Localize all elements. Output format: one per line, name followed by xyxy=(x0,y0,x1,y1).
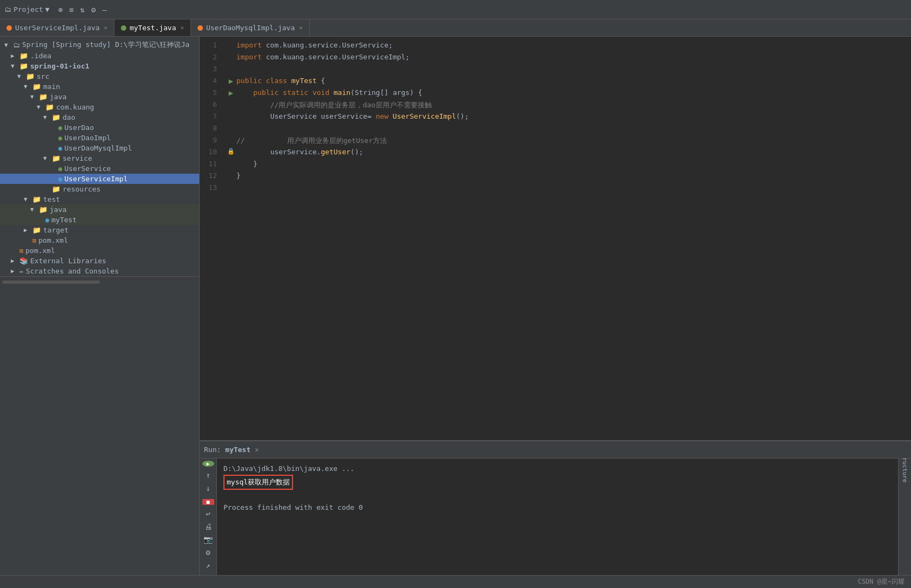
run-output: D:\Java\jdk1.8\bin\java.exe ... mysql获取用… xyxy=(217,459,898,575)
sidebar-item-scratches[interactable]: ▶ ✏ Scratches and Consoles xyxy=(0,266,199,276)
arrow-icon: ▼ xyxy=(24,196,30,203)
sidebar-item-user-dao-mysql-impl[interactable]: ● UserDaoMysqlImpl xyxy=(0,143,199,153)
stop-button[interactable]: ■ xyxy=(202,499,214,505)
service-label: service xyxy=(63,154,92,162)
code-line-5: 5 ▶ public static void main(String[] arg… xyxy=(200,88,911,100)
user-dao-label: UserDao xyxy=(64,124,94,132)
output-line-3 xyxy=(223,490,892,502)
folder-java-icon: 📁 xyxy=(39,93,47,101)
folder-service-icon: 📁 xyxy=(52,154,60,162)
structure-icon[interactable]: ⊕ xyxy=(58,5,63,14)
run-button[interactable] xyxy=(202,461,214,467)
tab-close-user-service-impl[interactable]: × xyxy=(104,24,108,31)
sidebar-item-java-main[interactable]: ▼ 📁 java xyxy=(0,92,199,102)
run-tab-name[interactable]: myTest xyxy=(225,446,250,454)
sidebar-item-java-test[interactable]: ▼ 📁 java xyxy=(0,204,199,215)
settings-icon[interactable]: ⚙ xyxy=(91,5,96,14)
gutter-10: 🔒 xyxy=(226,148,236,155)
tab-close-user-dao-mysql-impl[interactable]: × xyxy=(299,24,303,31)
arrow-icon: ▼ xyxy=(37,104,43,111)
sidebar-item-resources[interactable]: 📁 resources xyxy=(0,184,199,194)
editor-area: 1 import com.kuang.service.UserService; … xyxy=(200,37,911,575)
line-code-12: } xyxy=(236,172,911,180)
folder-resources-icon: 📁 xyxy=(52,185,60,193)
project-label[interactable]: 🗂 Project ▼ xyxy=(4,5,50,13)
run-tab-close[interactable]: × xyxy=(255,446,259,454)
sidebar-item-spring-01[interactable]: ▼ 📁 spring-01-ioc1 xyxy=(0,61,199,71)
export-icon[interactable]: ↗ xyxy=(202,561,214,570)
external-libs-label: External Libraries xyxy=(30,257,106,265)
sidebar-item-target[interactable]: ▶ 📁 target xyxy=(0,225,199,235)
tab-label-user-service-impl: UserServiceImpl.java xyxy=(15,24,100,32)
tab-user-dao-mysql-impl[interactable]: UserDaoMysqlImpl.java × xyxy=(191,19,310,36)
pom-xml-label: pom.xml xyxy=(25,247,55,255)
sidebar-item-my-test[interactable]: ● myTest xyxy=(0,215,199,225)
line-code-7: UserService userService= new UserService… xyxy=(236,112,911,120)
sidebar-item-pom-xml-inner[interactable]: m pom.xml xyxy=(0,235,199,245)
sidebar-item-main[interactable]: ▼ 📁 main xyxy=(0,81,199,92)
line-code-2: import com.kuang.service.UserServiceImpl… xyxy=(236,53,911,61)
sidebar-item-external-libs[interactable]: ▶ 📚 External Libraries xyxy=(0,256,199,266)
print-icon[interactable]: 🖨 xyxy=(202,522,214,531)
tab-label-my-test: myTest.java xyxy=(130,24,176,32)
tab-user-service-impl[interactable]: UserServiceImpl.java × xyxy=(0,19,114,36)
sidebar-item-idea[interactable]: ▶ 📁 .idea xyxy=(0,51,199,61)
bottom-tab-bar: Run: myTest × xyxy=(200,441,911,459)
sidebar-scrollbar[interactable] xyxy=(0,276,199,287)
folder-dao-icon: 📁 xyxy=(52,113,60,121)
sidebar-item-user-dao-impl[interactable]: ● UserDaoImpl xyxy=(0,133,199,143)
arrow-icon: ▶ xyxy=(11,257,17,264)
list-icon[interactable]: ≡ xyxy=(69,5,73,14)
sidebar-item-service-folder[interactable]: ▼ 📁 service xyxy=(0,153,199,163)
arrow-icon: ▼ xyxy=(11,63,17,70)
run-arrow-5[interactable]: ▶ xyxy=(229,88,233,97)
sidebar-item-dao[interactable]: ▼ 📁 dao xyxy=(0,112,199,122)
settings2-icon[interactable]: ⚙ xyxy=(202,548,214,557)
arrow-icon: ▼ xyxy=(43,155,50,162)
sidebar-item-pom-xml[interactable]: m pom.xml xyxy=(0,245,199,256)
gutter-4: ▶ xyxy=(226,77,236,85)
line-code-5: public static void main(String[] args) { xyxy=(236,88,911,97)
line-num-3: 3 xyxy=(200,65,226,73)
sidebar-item-src[interactable]: ▼ 📁 src xyxy=(0,71,199,81)
line-code-9: // 用户调用业务层的getUser方法 xyxy=(236,136,911,146)
arrow-icon: ▼ xyxy=(17,73,24,80)
com-kuang-label: com.kuang xyxy=(56,103,94,111)
sort-icon[interactable]: ⇅ xyxy=(80,5,85,14)
folder-target-icon: 📁 xyxy=(32,226,41,234)
tab-my-test[interactable]: myTest.java × xyxy=(114,19,191,36)
idea-label: .idea xyxy=(30,52,51,60)
sidebar-item-project-root[interactable]: ▼ 🗂 Spring [Spring study] D:\学习笔记\狂神说Ja xyxy=(0,39,199,51)
scroll-up-icon[interactable]: ↑ xyxy=(202,471,214,480)
sidebar-item-com-kuang[interactable]: ▼ 📁 com.kuang xyxy=(0,102,199,112)
folder-spring-icon: 📁 xyxy=(19,62,28,70)
minimize-icon[interactable]: — xyxy=(102,5,106,14)
tab-close-my-test[interactable]: × xyxy=(180,24,184,31)
bottom-left-icons: ↑ ↓ ■ ↩ 🖨 📷 ⚙ ↗ 🗑 xyxy=(200,459,217,575)
wrap-icon[interactable]: ↩ xyxy=(202,509,214,518)
scratches-icon: ✏ xyxy=(19,267,24,275)
arrow-icon: ▶ xyxy=(11,52,17,59)
code-line-12: 12 } xyxy=(200,172,911,183)
output-text-4: Process finished with exit code 0 xyxy=(223,503,363,511)
class-icon-blue2: ● xyxy=(58,175,62,183)
highlighted-output: mysql获取用户数据 xyxy=(223,475,293,490)
arrow-icon: ▶ xyxy=(24,227,30,234)
arrow-icon: ▼ xyxy=(24,83,30,90)
scroll-down-icon[interactable]: ↓ xyxy=(202,484,214,493)
arrow-icon: ▼ xyxy=(4,42,11,49)
sidebar-item-test[interactable]: ▼ 📁 test xyxy=(0,194,199,204)
user-dao-impl-label: UserDaoImpl xyxy=(64,134,111,142)
camera-icon[interactable]: 📷 xyxy=(202,535,214,544)
code-line-2: 2 import com.kuang.service.UserServiceIm… xyxy=(200,53,911,65)
line-code-10: userService.getUser(); xyxy=(236,148,911,156)
sidebar-item-user-service[interactable]: ● UserService xyxy=(0,163,199,174)
structure-right-icon[interactable]: Structure xyxy=(899,461,911,473)
output-line-2: mysql获取用户数据 xyxy=(223,475,892,490)
sidebar-item-user-dao[interactable]: ● UserDao xyxy=(0,122,199,133)
interface-icon2: ● xyxy=(58,165,62,173)
code-line-13: 13 xyxy=(200,183,911,195)
scrollbar-thumb[interactable] xyxy=(2,281,100,284)
run-arrow-4[interactable]: ▶ xyxy=(229,77,233,85)
sidebar-item-user-service-impl[interactable]: ● UserServiceImpl xyxy=(0,174,199,184)
